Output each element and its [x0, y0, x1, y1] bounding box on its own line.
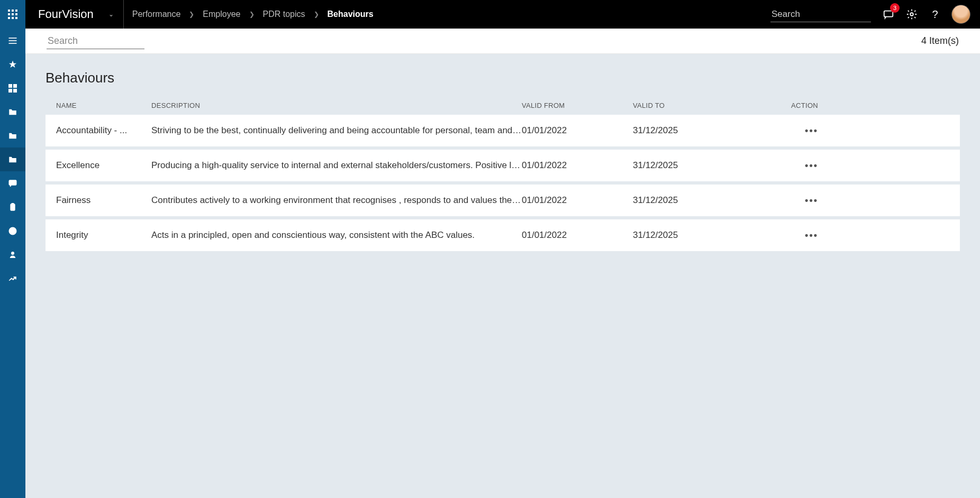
nav-clipboard[interactable]	[0, 195, 25, 219]
clipboard-icon	[8, 202, 17, 212]
settings-button[interactable]	[905, 7, 919, 21]
svg-rect-6	[8, 17, 10, 19]
grid-icon	[8, 84, 17, 93]
table-row[interactable]: ExcellenceProducing a high-quality servi…	[46, 150, 960, 181]
breadcrumb-pdr-topics[interactable]: PDR topics	[263, 10, 305, 19]
brand-dropdown[interactable]: FourVision ⌄	[25, 0, 124, 29]
notification-badge: 3	[890, 3, 900, 13]
nav-trends[interactable]	[0, 266, 25, 290]
breadcrumb-performance[interactable]: Performance	[132, 10, 181, 19]
svg-rect-14	[8, 84, 12, 88]
table-row[interactable]: IntegrityActs in a principled, open and …	[46, 219, 960, 251]
app-launcher-button[interactable]	[0, 0, 25, 29]
question-icon: ?	[932, 8, 938, 21]
nav-folder-1[interactable]	[0, 100, 25, 124]
nav-security[interactable]	[0, 243, 25, 266]
svg-rect-4	[12, 13, 14, 15]
cell-valid-from: 01/01/2022	[522, 160, 633, 171]
svg-rect-1	[12, 10, 14, 12]
behaviours-table: NAME DESCRIPTION VALID FROM VALID TO ACT…	[46, 96, 960, 251]
cell-name: Fairness	[56, 195, 151, 206]
breadcrumb-behaviours[interactable]: Behaviours	[328, 10, 374, 19]
column-header-valid-to[interactable]: VALID TO	[633, 102, 776, 109]
cell-name: Excellence	[56, 160, 151, 171]
column-header-valid-from[interactable]: VALID FROM	[522, 102, 633, 109]
help-button[interactable]: ?	[928, 7, 942, 21]
top-header: FourVision ⌄ Performance ❯ Employee ❯ PD…	[0, 0, 980, 29]
row-actions-button[interactable]: •••	[776, 195, 818, 206]
nav-license[interactable]	[0, 219, 25, 243]
chevron-right-icon: ❯	[249, 11, 255, 18]
brand-name: FourVision	[38, 7, 94, 21]
chevron-right-icon: ❯	[189, 11, 194, 18]
breadcrumb: Performance ❯ Employee ❯ PDR topics ❯ Be…	[132, 10, 374, 19]
global-search-input[interactable]	[770, 7, 871, 22]
table-row[interactable]: FairnessContributes actively to a workin…	[46, 185, 960, 216]
column-header-name[interactable]: NAME	[56, 102, 151, 109]
more-icon: •••	[805, 160, 818, 171]
more-icon: •••	[805, 195, 818, 206]
column-header-description[interactable]: DESCRIPTION	[151, 102, 522, 109]
svg-rect-16	[8, 89, 12, 93]
cell-description: Striving to be the best, continually del…	[151, 125, 522, 136]
gear-icon	[906, 8, 918, 20]
trending-up-icon	[8, 274, 17, 283]
nav-menu-toggle[interactable]	[0, 29, 25, 52]
cell-valid-to: 31/12/2025	[633, 230, 776, 241]
svg-rect-15	[13, 84, 17, 88]
svg-point-10	[910, 13, 913, 16]
svg-point-22	[12, 252, 14, 254]
avatar[interactable]	[951, 5, 970, 24]
item-count: 4 Item(s)	[921, 35, 959, 47]
cell-valid-to: 31/12/2025	[633, 195, 776, 206]
lock-person-icon	[8, 250, 17, 260]
nav-favorites[interactable]	[0, 52, 25, 76]
nav-folder-2[interactable]	[0, 124, 25, 147]
left-nav	[0, 29, 25, 498]
cell-description: Contributes actively to a working enviro…	[151, 195, 522, 206]
svg-rect-2	[15, 10, 17, 12]
row-actions-button[interactable]: •••	[776, 160, 818, 171]
cell-description: Producing a high-quality service to inte…	[151, 160, 522, 171]
more-icon: •••	[805, 125, 818, 136]
svg-rect-18	[9, 180, 16, 185]
more-icon: •••	[805, 230, 818, 241]
svg-rect-20	[12, 203, 14, 205]
nav-dashboard[interactable]	[0, 76, 25, 100]
svg-point-21	[9, 227, 16, 235]
nav-feedback[interactable]	[0, 171, 25, 195]
table-header: NAME DESCRIPTION VALID FROM VALID TO ACT…	[46, 96, 960, 115]
svg-rect-0	[8, 10, 10, 12]
svg-rect-3	[8, 13, 10, 15]
svg-rect-7	[12, 17, 14, 19]
speech-bubble-icon	[8, 179, 17, 188]
cell-name: Accountability - ...	[56, 125, 151, 136]
cell-name: Integrity	[56, 230, 151, 241]
folder-icon	[8, 131, 17, 141]
cell-valid-from: 01/01/2022	[522, 125, 633, 136]
chevron-down-icon: ⌄	[108, 11, 114, 18]
header-actions: 3 ?	[882, 5, 980, 24]
nav-folder-3[interactable]	[0, 147, 25, 171]
chevron-right-icon: ❯	[314, 11, 319, 18]
cell-description: Acts in a principled, open and conscient…	[151, 230, 522, 241]
table-row[interactable]: Accountability - ...Striving to be the b…	[46, 115, 960, 146]
messages-button[interactable]: 3	[882, 7, 895, 21]
folder-icon	[8, 155, 17, 164]
hamburger-icon	[7, 35, 18, 46]
breadcrumb-employee[interactable]: Employee	[203, 10, 240, 19]
svg-rect-5	[15, 13, 17, 15]
page-search-input[interactable]	[47, 33, 144, 49]
row-actions-button[interactable]: •••	[776, 125, 818, 136]
cell-valid-from: 01/01/2022	[522, 195, 633, 206]
page-title: Behaviours	[46, 70, 960, 86]
column-header-action: ACTION	[776, 102, 818, 109]
cell-valid-to: 31/12/2025	[633, 125, 776, 136]
row-actions-button[interactable]: •••	[776, 230, 818, 241]
page-toolbar: 4 Item(s)	[25, 29, 980, 54]
svg-rect-8	[15, 17, 17, 19]
cc-icon	[8, 226, 17, 236]
svg-rect-17	[13, 89, 17, 93]
cell-valid-from: 01/01/2022	[522, 230, 633, 241]
waffle-icon	[8, 10, 17, 19]
